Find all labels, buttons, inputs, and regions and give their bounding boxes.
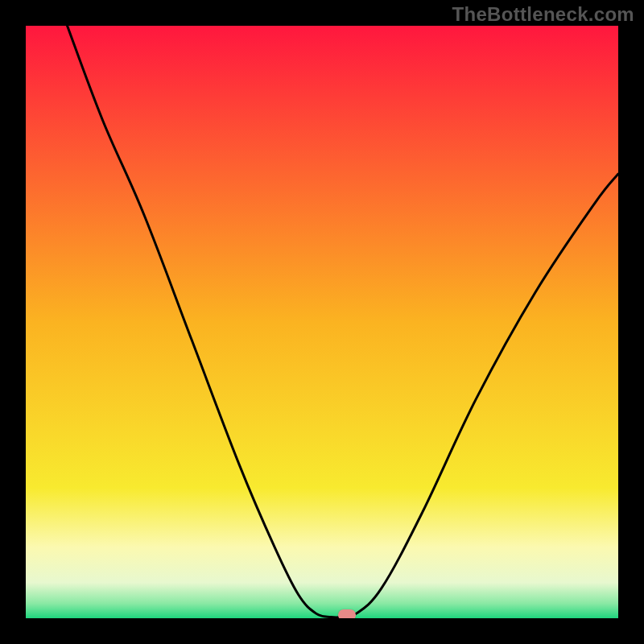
plot-area bbox=[26, 26, 618, 618]
chart-svg bbox=[26, 26, 618, 618]
gradient-background bbox=[26, 26, 618, 618]
watermark-text: TheBottleneck.com bbox=[452, 3, 634, 26]
trough-marker bbox=[338, 609, 356, 618]
chart-frame: TheBottleneck.com bbox=[0, 0, 644, 644]
